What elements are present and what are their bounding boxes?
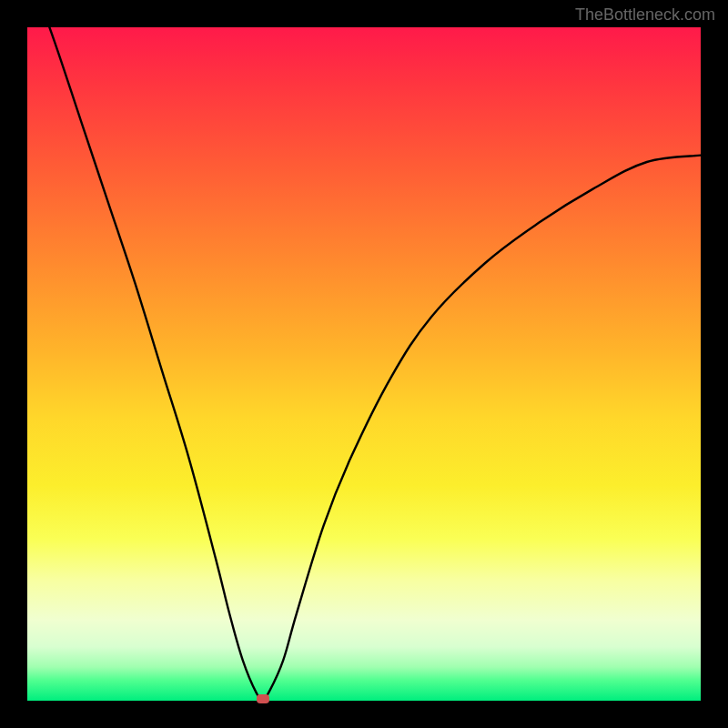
curve-svg — [27, 27, 701, 701]
chart-plot-area — [27, 27, 701, 701]
watermark-text: TheBottleneck.com — [575, 5, 715, 25]
bottleneck-curve — [27, 27, 701, 699]
optimal-point-marker — [257, 694, 269, 703]
